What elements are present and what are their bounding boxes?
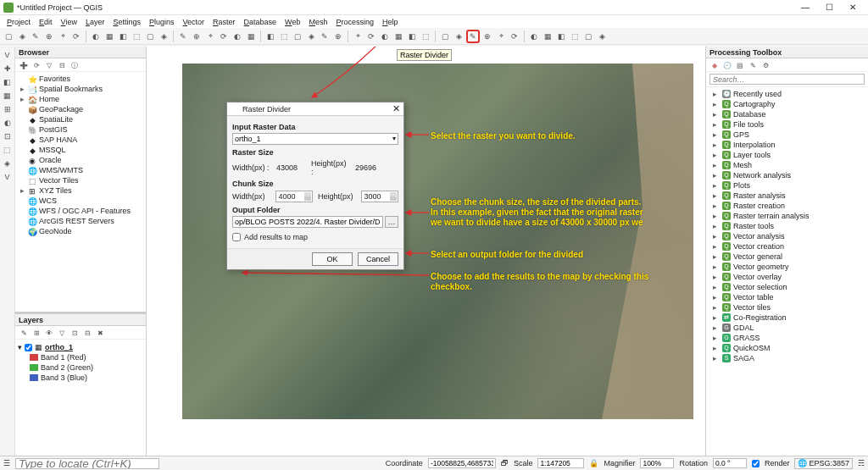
dialog-title-bar[interactable]: Raster Divider ✕: [227, 102, 403, 116]
toolbar-button[interactable]: ▦: [542, 30, 554, 42]
processing-category[interactable]: ▸QVector tiles: [708, 302, 866, 312]
toolbar-button[interactable]: ◐: [90, 30, 102, 42]
log-icon[interactable]: ☴: [858, 459, 865, 467]
menu-database[interactable]: Database: [242, 18, 280, 26]
processing-category[interactable]: ▸QLayer tools: [708, 150, 866, 160]
coord-input[interactable]: [428, 458, 496, 468]
menu-help[interactable]: Help: [380, 18, 401, 26]
browser-item[interactable]: 🌐ArcGIS REST Servers: [17, 216, 144, 226]
toolbar-button[interactable]: ⊕: [481, 30, 493, 42]
menu-view[interactable]: View: [58, 18, 80, 26]
filter-icon[interactable]: ▽: [44, 60, 54, 70]
vertical-tool[interactable]: V: [2, 171, 14, 183]
vertical-tool[interactable]: ✚: [2, 63, 14, 75]
toolbar-button[interactable]: ⟳: [218, 30, 230, 42]
extents-icon[interactable]: 🗗: [501, 459, 509, 467]
processing-category[interactable]: ▸SSAGA: [708, 353, 866, 363]
processing-category[interactable]: ▸QRaster terrain analysis: [708, 211, 866, 221]
menu-layer[interactable]: Layer: [83, 18, 108, 26]
remove-icon[interactable]: ✖: [95, 328, 105, 338]
output-folder-input[interactable]: [232, 216, 383, 228]
toolbar-button[interactable]: ▦: [103, 30, 115, 42]
processing-category[interactable]: ▸QVector table: [708, 292, 866, 302]
processing-category[interactable]: ▸QInterpolation: [708, 140, 866, 150]
layer-visibility-checkbox[interactable]: [25, 344, 32, 351]
band-item[interactable]: Band 3 (Blue): [18, 373, 143, 383]
options-icon[interactable]: ⚙: [760, 60, 771, 70]
vertical-tool[interactable]: ◧: [2, 76, 14, 88]
filter-legend-icon[interactable]: ▽: [57, 328, 67, 338]
toolbar-button[interactable]: ◈: [16, 30, 28, 42]
processing-category[interactable]: ▸QVector analysis: [708, 231, 866, 241]
toolbar-button[interactable]: ✎: [177, 30, 189, 42]
edit-in-place-icon[interactable]: ✎: [748, 60, 758, 70]
processing-category[interactable]: ▸🕘Recently used: [708, 89, 866, 99]
chevron-down-icon[interactable]: ▾: [392, 135, 396, 142]
dialog-close-button[interactable]: ✕: [392, 103, 400, 114]
menu-edit[interactable]: Edit: [36, 18, 55, 26]
toolbar-button[interactable]: ▢: [3, 30, 14, 42]
browser-tree[interactable]: ⭐Favorites▸📑Spatial Bookmarks▸🏠Home📦GeoP…: [15, 72, 146, 312]
toolbar-button[interactable]: ▦: [245, 30, 257, 42]
processing-tree[interactable]: ▸🕘Recently used▸QCartography▸QDatabase▸Q…: [706, 87, 868, 456]
input-raster-combo[interactable]: [232, 133, 398, 145]
add-results-checkbox[interactable]: [232, 233, 241, 241]
browser-item[interactable]: ⬚Vector Tiles: [17, 175, 144, 185]
toolbar-button[interactable]: ✎: [319, 30, 331, 42]
menu-mesh[interactable]: Mesh: [306, 18, 330, 26]
browser-item[interactable]: ◆MSSQL: [17, 145, 144, 155]
add-layer-icon[interactable]: ➕: [19, 60, 29, 70]
layer-root[interactable]: ▾ ▦ ortho_1: [18, 342, 143, 352]
toolbar-button[interactable]: ▦: [392, 30, 404, 42]
collapse-icon[interactable]: ⊟: [57, 60, 67, 70]
expand-icon[interactable]: ▾: [18, 342, 22, 352]
menu-vector[interactable]: Vector: [181, 18, 208, 26]
toolbar-button[interactable]: ▢: [582, 30, 594, 42]
toolbar-button[interactable]: ◧: [555, 30, 567, 42]
menu-plugins[interactable]: Plugins: [147, 18, 177, 26]
browser-item[interactable]: ◆SAP HANA: [17, 135, 144, 145]
band-item[interactable]: Band 1 (Red): [18, 352, 143, 362]
toolbar-button[interactable]: ⬚: [420, 30, 431, 42]
processing-category[interactable]: ▸⇄Co-Registration: [708, 312, 866, 323]
browser-item[interactable]: ▸⊞XYZ Tiles: [17, 185, 144, 196]
toolbar-button[interactable]: ◈: [305, 30, 317, 42]
toolbar-button[interactable]: ⟳: [70, 30, 82, 42]
close-button[interactable]: ✕: [841, 3, 865, 12]
menu-settings[interactable]: Settings: [110, 18, 143, 26]
properties-icon[interactable]: ⓘ: [70, 60, 80, 70]
toolbar-button[interactable]: ✎: [466, 30, 480, 43]
toolbar-button[interactable]: ⊕: [43, 30, 55, 42]
refresh-icon[interactable]: ⟳: [31, 60, 42, 70]
toolbar-button[interactable]: ◧: [406, 30, 418, 42]
toolbar-button[interactable]: ⬚: [569, 30, 581, 42]
menu-web[interactable]: Web: [282, 18, 303, 26]
browse-button[interactable]: …: [385, 216, 398, 228]
browser-item[interactable]: ◉Oracle: [17, 155, 144, 165]
layers-tree[interactable]: ▾ ▦ ortho_1 Band 1 (Red)Band 2 (Green)Ba…: [15, 340, 146, 456]
menu-project[interactable]: Project: [4, 18, 33, 26]
render-checkbox[interactable]: [752, 460, 760, 467]
browser-item[interactable]: ▸🏠Home: [17, 94, 144, 104]
toolbar-button[interactable]: ⌖: [57, 30, 69, 42]
toolbar-button[interactable]: ▢: [439, 30, 451, 42]
toolbar-button[interactable]: ◧: [264, 30, 276, 42]
processing-category[interactable]: ▸QRaster creation: [708, 201, 866, 211]
browser-item[interactable]: 🌐WCS: [17, 196, 144, 206]
processing-category[interactable]: ▸GGDAL: [708, 323, 866, 333]
browser-item[interactable]: 🌐WFS / OGC API - Features: [17, 206, 144, 216]
magnifier-input[interactable]: [640, 458, 674, 468]
vertical-tool[interactable]: ▦: [2, 90, 14, 102]
processing-category[interactable]: ▸GGRASS: [708, 333, 866, 343]
vertical-tool[interactable]: ◐: [2, 117, 14, 129]
toolbar-button[interactable]: ⌖: [352, 30, 364, 42]
toolbar-button[interactable]: ◈: [596, 30, 608, 42]
browser-item[interactable]: 🐘PostGIS: [17, 124, 144, 135]
processing-category[interactable]: ▸QMesh: [708, 160, 866, 170]
locator-input[interactable]: [15, 458, 159, 469]
lock-icon[interactable]: 🔒: [589, 459, 598, 467]
vertical-tool[interactable]: ◈: [2, 158, 14, 169]
ok-button[interactable]: OK: [312, 252, 353, 266]
toolbar-button[interactable]: ⟳: [365, 30, 377, 42]
model-icon[interactable]: ◆: [709, 60, 720, 70]
